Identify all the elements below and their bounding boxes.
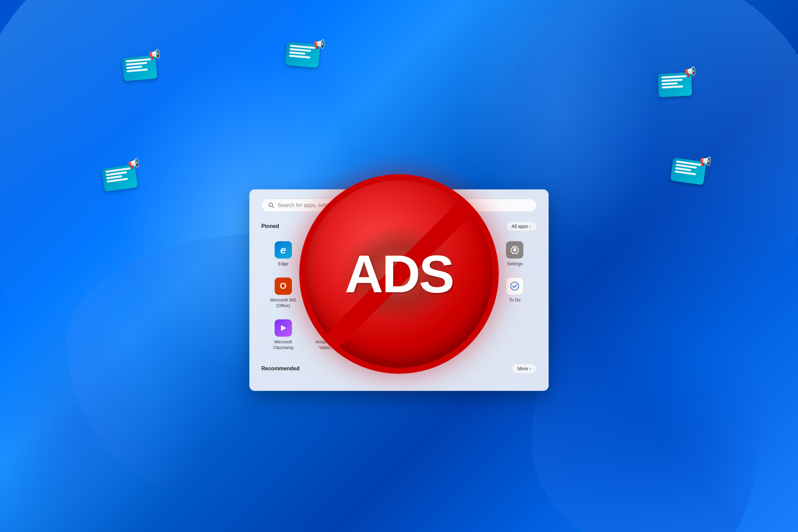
- more-chevron-icon: ›: [529, 366, 531, 372]
- app-todo[interactable]: To Do: [493, 273, 537, 312]
- search-icon: [268, 203, 274, 208]
- solitaire-icon: 🃏: [321, 277, 338, 294]
- svg-point-0: [269, 203, 273, 207]
- app-disney[interactable]: Disney+ Disney+: [446, 273, 490, 312]
- search-placeholder: Search for apps, settings, and documents: [278, 203, 530, 208]
- amazon-label: Amazon Prime Video for...: [310, 339, 348, 350]
- disney-label: Disney+: [460, 297, 476, 303]
- more-button[interactable]: More ›: [512, 364, 537, 374]
- app-xbox[interactable]: Xbox: [354, 273, 398, 312]
- clipchamp-icon: [274, 319, 292, 337]
- calendar-icon: [367, 241, 384, 259]
- all-apps-button[interactable]: All apps ›: [506, 222, 537, 231]
- ad-icon-4: 📢: [670, 157, 706, 185]
- tiktok-icon: ♪: [367, 319, 384, 337]
- pinned-apps-grid: e Edge Notepad: [261, 238, 537, 355]
- todo-icon: [506, 277, 524, 294]
- solitaire-label: Solitaire & Casual Games: [310, 297, 348, 308]
- office-label: Microsoft 365 (Office): [264, 297, 302, 308]
- svg-line-1: [272, 206, 274, 208]
- store-label: Microsoft Store: [407, 261, 437, 267]
- photos-icon: [460, 241, 477, 259]
- app-clipchamp[interactable]: Microsoft Clipchamp: [261, 315, 305, 355]
- settings-label: Settings: [507, 261, 523, 267]
- svg-point-4: [513, 248, 516, 252]
- edge-icon: e: [274, 241, 292, 259]
- office-icon: O: [274, 277, 292, 294]
- app-settings[interactable]: Settings: [493, 238, 537, 271]
- recommended-label: Recommended: [261, 366, 300, 372]
- app-edge[interactable]: e Edge: [261, 238, 305, 271]
- clipchamp-label: Microsoft Clipchamp: [264, 339, 302, 350]
- recommended-section-header: Recommended More ›: [261, 364, 537, 374]
- disney-icon: Disney+: [460, 277, 477, 294]
- xbox-icon: [367, 277, 384, 294]
- app-amazon[interactable]: primevideo Amazon Prime Video for...: [307, 315, 351, 355]
- amazon-icon: primevideo: [321, 319, 338, 337]
- more-label: More: [517, 366, 528, 372]
- app-store[interactable]: Microsoft Store: [400, 238, 444, 271]
- notepad-icon: [321, 241, 338, 259]
- svg-point-3: [466, 248, 468, 249]
- app-tiktok[interactable]: ♪ TikTok: [354, 315, 398, 355]
- chevron-right-icon: ›: [529, 224, 531, 229]
- xbox-label: Xbox: [371, 297, 381, 303]
- todo-label: To Do: [509, 297, 520, 303]
- app-calendar[interactable]: Calendar: [354, 238, 398, 271]
- app-notepad[interactable]: Notepad: [307, 238, 351, 271]
- search-bar[interactable]: Search for apps, settings, and documents: [261, 199, 537, 212]
- spotify-label: Spotify: [416, 297, 429, 303]
- all-apps-label: All apps: [512, 224, 528, 229]
- ad-icon-5: 📢: [102, 164, 138, 191]
- megaphone-icon-4: 📢: [699, 155, 712, 168]
- store-icon: [414, 241, 431, 259]
- notepad-label: Notepad: [321, 261, 338, 267]
- photos-label: Photos: [462, 261, 475, 267]
- app-solitaire[interactable]: 🃏 Solitaire & Casual Games: [307, 273, 351, 312]
- pinned-section-header: Pinned All apps ›: [261, 222, 537, 231]
- svg-marker-8: [281, 325, 286, 331]
- calendar-label: Calendar: [367, 261, 385, 267]
- ad-icon-3: 📢: [658, 72, 692, 97]
- spotify-icon: [414, 277, 431, 294]
- start-menu: Search for apps, settings, and documents…: [249, 190, 549, 391]
- pinned-label: Pinned: [261, 224, 279, 229]
- edge-label: Edge: [278, 261, 288, 267]
- svg-point-7: [511, 282, 519, 290]
- tiktok-label: TikTok: [370, 339, 382, 345]
- app-spotify[interactable]: Spotify: [400, 273, 444, 312]
- ad-icon-1: 📢: [122, 55, 157, 81]
- app-photos[interactable]: Photos: [446, 238, 490, 271]
- settings-icon: [506, 241, 524, 259]
- ad-icon-2: 📢: [285, 42, 320, 68]
- app-office[interactable]: O Microsoft 365 (Office): [261, 273, 305, 312]
